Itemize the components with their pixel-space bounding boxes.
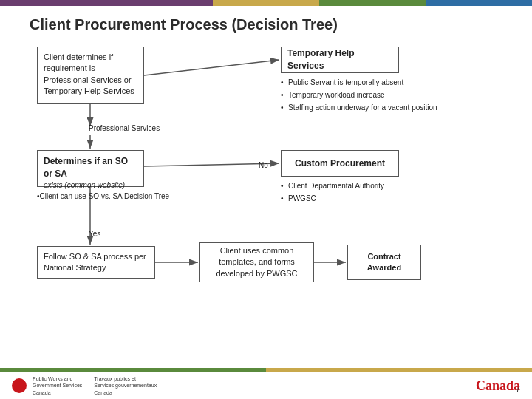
top-color-bar: [0, 0, 532, 6]
bullet-item-2: Temporary workload increase: [281, 90, 495, 100]
footer: Public Works andGovernment ServicesCanad…: [0, 372, 532, 399]
canada-maple-leaf-icon: [12, 378, 27, 393]
main-content: Client Procurement Process (Decision Tre…: [0, 6, 532, 368]
footer-text-en: Public Works andGovernment ServicesCanad…: [33, 375, 82, 395]
temp-help-bullets: Public Servant is temporally absent Temp…: [281, 78, 495, 115]
professional-services-label: Professional Services: [89, 124, 160, 132]
contract-awarded-text: Contract Awarded: [354, 251, 415, 274]
footer-text-fr: Travaux publics etServices gouvernementa…: [94, 375, 157, 395]
follow-so-box: Follow SO & SA process per National Stra…: [37, 246, 155, 279]
determines-so-box: Determines if an SO or SA exists (common…: [37, 150, 144, 187]
client-determines-box: Client determines if requirement is Prof…: [37, 47, 144, 104]
footer-text-block: Public Works andGovernment ServicesCanad…: [33, 375, 157, 395]
custom-proc-bullets: Client Departmental Authority PWGSC: [281, 181, 443, 206]
footer-left: Public Works andGovernment ServicesCanad…: [12, 375, 157, 395]
diagram: Client determines if requirement is Prof…: [30, 47, 502, 327]
client-determines-text: Client determines if requirement is Prof…: [44, 52, 134, 95]
contract-awarded-box: Contract Awarded: [347, 245, 421, 280]
bullet-item-1: Public Servant is temporally absent: [281, 78, 495, 87]
custom-bullet-1: Client Departmental Authority: [281, 181, 443, 191]
temp-help-text: Temporary Help Services: [287, 47, 392, 72]
custom-procurement-box: Custom Procurement: [281, 150, 399, 177]
follow-so-text: Follow SO & SA process per National Stra…: [44, 251, 149, 274]
custom-bullet-2: PWGSC: [281, 194, 443, 203]
canada-wordmark: Canada: [476, 378, 520, 394]
determines-so-sub: exists (common website): [44, 180, 137, 191]
client-uses-text: Client uses common templates, and forms …: [206, 245, 307, 279]
temp-help-box: Temporary Help Services: [281, 47, 399, 73]
yes-label: Yes: [89, 230, 100, 238]
client-uses-box: Client uses common templates, and forms …: [200, 242, 314, 282]
custom-procurement-text: Custom Procurement: [295, 157, 385, 170]
svg-line-1: [144, 60, 279, 75]
so-bullet-label: •Client can use SO vs. SA Decision Tree: [37, 192, 169, 200]
determines-so-main: Determines if an SO or SA: [44, 155, 137, 180]
no-label: No: [259, 161, 268, 169]
page-title: Client Procurement Process (Decision Tre…: [30, 16, 502, 33]
page-number: 7: [516, 384, 520, 393]
bullet-item-3: Staffing action underway for a vacant po…: [281, 103, 495, 112]
